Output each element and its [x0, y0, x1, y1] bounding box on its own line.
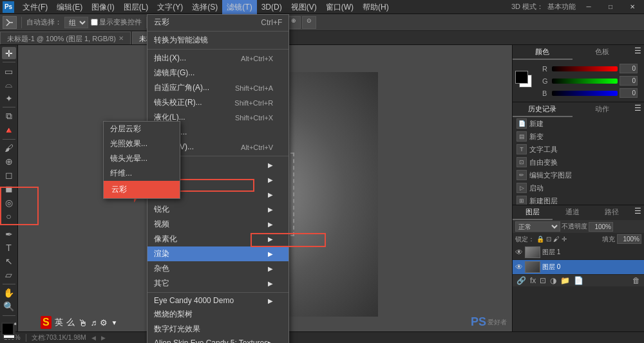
- render-clouds[interactable]: 云彩: [104, 181, 180, 198]
- g-slider[interactable]: [552, 79, 618, 84]
- lock-paint-icon[interactable]: 🖌: [553, 236, 560, 243]
- menu-file[interactable]: 文件(F): [18, 0, 52, 14]
- filter-gallery[interactable]: 滤镜库(G)...: [147, 66, 289, 80]
- tool-shape[interactable]: ▱: [2, 269, 16, 281]
- tool-eyedropper[interactable]: 🔺: [2, 124, 16, 136]
- r-slider[interactable]: [552, 66, 618, 71]
- close-button[interactable]: ✕: [623, 0, 641, 14]
- nav-arrow-left[interactable]: ◀: [91, 335, 96, 341]
- filter-extract[interactable]: 抽出(X)...Alt+Ctrl+X: [147, 51, 289, 66]
- tool-brush[interactable]: 🖌: [2, 142, 16, 154]
- layer-delete-btn[interactable]: 🗑: [631, 276, 641, 285]
- tool-move[interactable]: ✛: [2, 47, 16, 59]
- tool-path-select[interactable]: ↖: [2, 255, 16, 267]
- menu-type[interactable]: 文字(Y): [153, 0, 187, 14]
- tab-swatches[interactable]: 色板: [573, 45, 632, 60]
- tab-paths[interactable]: 路径: [592, 205, 632, 220]
- lock-transparent-icon[interactable]: ⊡: [546, 236, 551, 243]
- opacity-input[interactable]: [589, 222, 613, 232]
- fill-input[interactable]: [617, 234, 641, 244]
- render-lens-flare[interactable]: 镜头光晕...: [104, 151, 180, 166]
- history-item-new[interactable]: 📄 新建: [513, 117, 644, 130]
- tool-zoom[interactable]: 🔍: [2, 301, 16, 313]
- filter-alien-skin-eye[interactable]: Alien Skin Eye Candy 5: Textures▶: [147, 337, 289, 343]
- filter-sharpen[interactable]: 锐化▶: [147, 202, 289, 217]
- history-item-xform[interactable]: ⊡ 自由变换: [513, 156, 644, 169]
- tool-hand[interactable]: ✋: [2, 287, 16, 299]
- tool-eraser[interactable]: ◻: [2, 169, 16, 181]
- render-fibers[interactable]: 纤维...: [104, 166, 180, 181]
- filter-other[interactable]: 其它▶: [147, 276, 289, 291]
- tab-color[interactable]: 颜色: [513, 45, 573, 60]
- layer-eye-1[interactable]: 👁: [515, 248, 523, 257]
- tool-blur[interactable]: ◎: [2, 196, 16, 209]
- layer-mask-btn[interactable]: ⊡: [538, 276, 547, 285]
- layer-group-btn[interactable]: 📁: [559, 276, 571, 285]
- tool-pen[interactable]: ✒: [2, 228, 16, 240]
- layers-panel-options[interactable]: ☰: [632, 205, 644, 220]
- lock-icon[interactable]: 🔒: [536, 236, 544, 243]
- color-selector[interactable]: ⇄: [0, 321, 18, 341]
- history-panel-options[interactable]: ☰: [632, 102, 644, 117]
- tab-doc1[interactable]: 未标题-1 @ 100% (图层 1, RGB/8) ✕: [0, 32, 131, 44]
- history-item-grad[interactable]: ▤ 新变: [513, 130, 644, 143]
- auto-select-dropdown[interactable]: 组: [64, 17, 88, 28]
- maximize-button[interactable]: □: [601, 0, 620, 14]
- lock-move-icon[interactable]: ✛: [562, 236, 567, 243]
- filter-adaptive-wide[interactable]: 自适应广角(A)...Shift+Ctrl+A: [147, 80, 289, 95]
- menu-filter[interactable]: 滤镜(T): [222, 0, 256, 14]
- filter-pixelate[interactable]: 像素化▶: [147, 232, 289, 246]
- 3d-btn5[interactable]: ⊙: [302, 16, 316, 29]
- menu-view[interactable]: 视图(V): [287, 0, 321, 14]
- color-panel-options[interactable]: ☰: [632, 45, 644, 60]
- menu-layer[interactable]: 图层(L): [119, 0, 153, 14]
- nav-arrow-right[interactable]: ▶: [101, 335, 106, 341]
- filter-noise[interactable]: 杂色▶: [147, 261, 289, 276]
- menu-select[interactable]: 选择(S): [187, 0, 222, 14]
- layer-item-1[interactable]: 👁 图层 1: [513, 245, 644, 260]
- layer-item-0[interactable]: 👁 图层 0: [513, 260, 644, 275]
- filter-digital-light[interactable]: 数字灯光效果: [147, 322, 289, 337]
- layer-adj-btn[interactable]: ◑: [549, 276, 558, 285]
- tool-marquee[interactable]: ▭: [2, 65, 16, 77]
- history-item-newlayer[interactable]: ⊞ 新建图层: [513, 194, 644, 205]
- tool-gradient[interactable]: ◼: [2, 183, 16, 195]
- filter-eye-candy-demo[interactable]: Eye Candy 4000 Demo▶: [147, 294, 289, 307]
- foreground-color-swatch[interactable]: [1, 322, 14, 335]
- tab-history[interactable]: 历史记录: [513, 102, 573, 117]
- layer-link-btn[interactable]: 🔗: [515, 276, 527, 285]
- filter-video[interactable]: 视频▶: [147, 217, 289, 232]
- b-slider[interactable]: [552, 91, 618, 96]
- history-item-start[interactable]: ▷ 启动: [513, 181, 644, 194]
- menu-image[interactable]: 图像(I): [87, 0, 118, 14]
- tab-channels[interactable]: 通道: [553, 205, 592, 220]
- layer-new-btn[interactable]: 📄: [573, 276, 585, 285]
- layer-fx-btn[interactable]: fx: [529, 276, 537, 285]
- layer-eye-0[interactable]: 👁: [515, 263, 523, 272]
- menu-help[interactable]: 帮助(H): [358, 0, 393, 14]
- history-item-type[interactable]: T 文字工具: [513, 143, 644, 156]
- blend-mode-select[interactable]: 正常: [515, 221, 560, 232]
- tab-layers[interactable]: 图层: [513, 205, 553, 220]
- menu-3d[interactable]: 3D(D): [257, 0, 287, 14]
- tool-dodge[interactable]: ○: [2, 210, 16, 222]
- r-value[interactable]: [620, 64, 638, 73]
- tab-actions[interactable]: 动作: [573, 102, 632, 117]
- filter-burning-pear[interactable]: 燃烧的梨树: [147, 307, 289, 322]
- tool-lasso[interactable]: ⌓: [2, 79, 16, 91]
- history-item-edit[interactable]: ✏ 编辑文字图层: [513, 169, 644, 181]
- render-layered-clouds[interactable]: 分层云彩: [104, 122, 180, 136]
- menu-window[interactable]: 窗口(W): [321, 0, 358, 14]
- filter-lens-correct[interactable]: 镜头校正(R)...Shift+Ctrl+R: [147, 95, 289, 110]
- tool-magic-wand[interactable]: ✦: [2, 92, 16, 104]
- minimize-button[interactable]: ─: [580, 0, 598, 14]
- tab-close-1[interactable]: ✕: [118, 32, 124, 45]
- menu-edit[interactable]: 编辑(E): [52, 0, 87, 14]
- g-value[interactable]: [620, 76, 638, 86]
- color-swatches-display[interactable]: [515, 71, 536, 91]
- render-light-effects[interactable]: 光照效果...: [104, 136, 180, 151]
- tool-crop[interactable]: ⧉: [2, 110, 16, 122]
- tool-clone[interactable]: ⊕: [2, 156, 16, 168]
- filter-smart-convert[interactable]: 转换为智能滤镜: [147, 33, 289, 48]
- tool-type[interactable]: T: [2, 241, 16, 254]
